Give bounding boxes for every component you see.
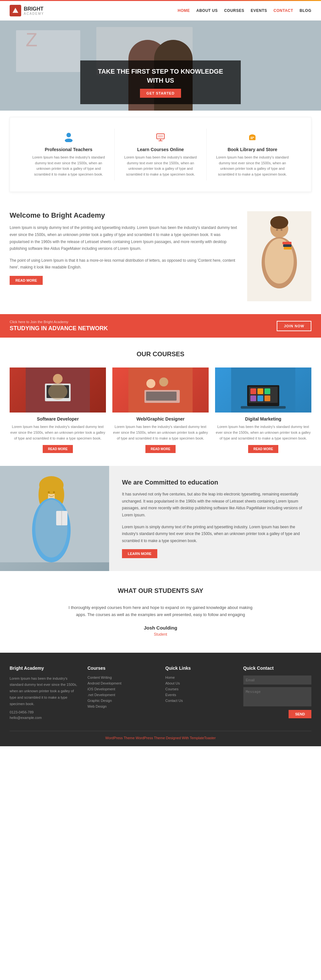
footer-send-button[interactable]: SEND bbox=[289, 710, 312, 718]
footer-about-desc: Lorem Ipsum has been the industry's stan… bbox=[9, 676, 78, 707]
nav-courses[interactable]: COURSES bbox=[224, 8, 244, 13]
svg-point-6 bbox=[65, 138, 73, 142]
nav-events[interactable]: EVENTS bbox=[251, 8, 267, 13]
testimonials-section: What Our Students Say I thoroughly enjoy… bbox=[0, 571, 321, 652]
nav-about[interactable]: ABOUT US bbox=[196, 8, 218, 13]
course-btn-web[interactable]: READ MORE bbox=[145, 445, 175, 453]
footer-bottom-text: WordPress Theme WordPress Theme Designed… bbox=[105, 736, 216, 740]
welcome-content: Welcome to Bright Academy Lorem Ipsum is… bbox=[9, 211, 237, 285]
course-title-web: Web/Graphic Designer bbox=[112, 416, 209, 422]
courses-grid: Software Developer Lorem Ipsum has been … bbox=[9, 368, 312, 453]
svg-rect-43 bbox=[241, 406, 286, 409]
footer-link-android[interactable]: Android Development bbox=[88, 681, 156, 685]
header: BRIGHT ACADEMY HOME ABOUT US COURSES EVE… bbox=[0, 1, 321, 21]
svg-point-50 bbox=[35, 500, 67, 557]
svg-rect-13 bbox=[250, 138, 253, 139]
commitment-section: We are Committed to education It has sur… bbox=[0, 466, 321, 571]
logo-text-block: BRIGHT ACADEMY bbox=[24, 6, 44, 16]
footer-link-graphic[interactable]: Graphic Design bbox=[88, 698, 156, 703]
banner-content: Click here to Join the Bright Academy ST… bbox=[9, 320, 108, 332]
svg-rect-42 bbox=[264, 396, 270, 401]
footer: Bright Academy Lorem Ipsum has been the … bbox=[0, 653, 321, 746]
logo-sub: ACADEMY bbox=[24, 12, 44, 16]
footer-wordpress-link[interactable]: WordPress Theme bbox=[105, 736, 134, 740]
footer-col-contact: Quick Contact SEND bbox=[244, 665, 312, 722]
svg-rect-19 bbox=[283, 242, 291, 244]
footer-link-dotnet[interactable]: .net Development bbox=[88, 693, 156, 697]
footer-phone: 0123-0456-789 bbox=[9, 710, 78, 714]
footer-link-content-writing[interactable]: Content Writing bbox=[88, 676, 156, 679]
welcome-read-more-button[interactable]: READ MORE bbox=[9, 276, 43, 285]
svg-rect-40 bbox=[250, 396, 256, 401]
testimonial-name: Josh Coulding bbox=[9, 625, 312, 630]
footer-contact-title: Quick Contact bbox=[244, 665, 312, 671]
svg-rect-11 bbox=[249, 136, 256, 140]
svg-rect-39 bbox=[264, 388, 270, 394]
course-desc-software: Lorem Ipsum has been the industry's stan… bbox=[9, 424, 106, 441]
courses-section: OUR COURSES Software Developer Lorem Ips… bbox=[0, 337, 321, 466]
hero-cta-button[interactable]: GET STARTED bbox=[140, 89, 181, 98]
welcome-image bbox=[247, 211, 312, 301]
nav-blog[interactable]: BLOG bbox=[299, 8, 312, 13]
svg-point-22 bbox=[276, 229, 278, 231]
svg-point-27 bbox=[53, 374, 63, 383]
courses-section-title: OUR COURSES bbox=[9, 350, 312, 358]
footer-courses-title: Courses bbox=[88, 665, 156, 671]
footer-col-courses: Courses Content Writing Android Developm… bbox=[88, 665, 156, 722]
footer-link-about[interactable]: About Us bbox=[165, 681, 234, 685]
banner-small-text: Click here to Join the Bright Academy bbox=[9, 320, 108, 324]
hero-overlay: TAKE THE FIRST STEP TO KNOWLEDGE WITH US… bbox=[80, 60, 241, 104]
commitment-image bbox=[0, 466, 109, 571]
svg-point-30 bbox=[146, 379, 155, 388]
footer-link-ios[interactable]: iOS Development bbox=[88, 687, 156, 691]
library-title: Book Library and Store bbox=[213, 147, 292, 152]
course-card-software: Software Developer Lorem Ipsum has been … bbox=[9, 368, 106, 453]
online-title: Learn Courses Online bbox=[121, 147, 200, 152]
library-icon bbox=[213, 132, 292, 144]
course-desc-web: Lorem Ipsum has been the industry's stan… bbox=[112, 424, 209, 441]
footer-link-courses[interactable]: Courses bbox=[165, 687, 234, 691]
svg-rect-41 bbox=[258, 396, 263, 401]
svg-marker-0 bbox=[13, 8, 18, 13]
logo-name: BRIGHT bbox=[24, 6, 44, 12]
teachers-icon bbox=[29, 132, 108, 144]
features-section: Professional Teachers Lorem Ipsum has be… bbox=[9, 117, 312, 192]
course-btn-digital[interactable]: READ MORE bbox=[248, 445, 278, 453]
nav-contact[interactable]: CONTACT bbox=[274, 8, 293, 13]
footer-link-webdesign[interactable]: Web Design bbox=[88, 705, 156, 708]
svg-point-54 bbox=[53, 491, 55, 493]
commitment-para2: Lorem Ipsum is simply dummy text of the … bbox=[122, 524, 308, 545]
teachers-title: Professional Teachers bbox=[29, 147, 108, 152]
footer-col-about: Bright Academy Lorem Ipsum has been the … bbox=[9, 665, 78, 722]
commitment-content: We are Committed to education It has sur… bbox=[109, 466, 321, 571]
footer-grid: Bright Academy Lorem Ipsum has been the … bbox=[9, 665, 312, 722]
commitment-learn-more-button[interactable]: LEARN MORE bbox=[122, 549, 157, 558]
join-now-button[interactable]: JOIN NOW bbox=[277, 321, 312, 331]
hero-section: Z TAKE THE FIRST STEP TO KNOWLEDGE WITH … bbox=[0, 21, 321, 111]
footer-message-textarea[interactable] bbox=[244, 687, 312, 706]
online-icon bbox=[121, 132, 200, 144]
svg-point-28 bbox=[48, 383, 67, 400]
feature-teachers: Professional Teachers Lorem Ipsum has be… bbox=[23, 129, 115, 180]
banner-section: Click here to Join the Bright Academy ST… bbox=[0, 314, 321, 337]
testimonials-title: What Our Students Say bbox=[9, 587, 312, 595]
course-image-web bbox=[112, 368, 209, 412]
logo-icon bbox=[9, 5, 21, 16]
course-image-digital bbox=[215, 368, 312, 412]
course-title-digital: Digital Marketing bbox=[215, 416, 312, 422]
footer-link-events[interactable]: Events bbox=[165, 693, 234, 697]
nav-home[interactable]: HOME bbox=[178, 8, 190, 13]
footer-link-contact[interactable]: Contact Us bbox=[165, 698, 234, 703]
footer-email-input[interactable] bbox=[244, 676, 312, 684]
svg-rect-38 bbox=[258, 388, 263, 394]
online-desc: Lorem Ipsum has been the industry's stan… bbox=[121, 155, 200, 177]
svg-point-31 bbox=[159, 377, 168, 387]
footer-link-home[interactable]: Home bbox=[165, 676, 234, 679]
svg-rect-21 bbox=[284, 247, 291, 250]
footer-col-quicklinks: Quick Links Home About Us Courses Events… bbox=[165, 665, 234, 722]
course-btn-software[interactable]: READ MORE bbox=[43, 445, 73, 453]
svg-rect-20 bbox=[283, 244, 291, 247]
hero-title: TAKE THE FIRST STEP TO KNOWLEDGE WITH US bbox=[96, 67, 225, 85]
footer-about-title: Bright Academy bbox=[9, 665, 78, 671]
svg-rect-33 bbox=[146, 391, 177, 401]
